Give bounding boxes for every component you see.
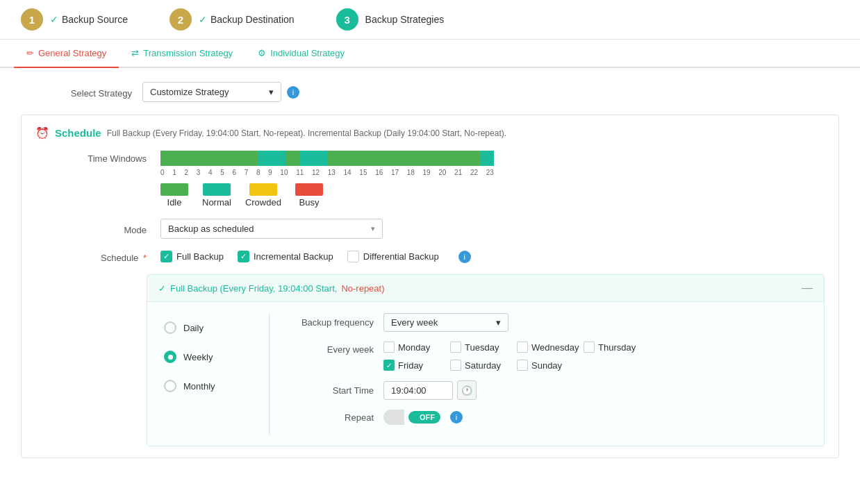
legend-busy: Busy [295, 183, 323, 208]
normal-color [203, 183, 231, 196]
time-seg-idle-1 [160, 151, 258, 166]
freq-chevron-icon: ▾ [496, 317, 501, 328]
backup-frequency-dropdown[interactable]: Every week ▾ [383, 313, 508, 332]
schedule-section: ⏰ Schedule Full Backup (Every Friday, 19… [21, 115, 839, 458]
steps-bar: 1 ✓ Backup Source 2 ✓ Backup Destination… [0, 0, 860, 40]
repeat-toggle-wrap: OFF i [383, 410, 463, 425]
monthly-option[interactable]: Monthly [158, 371, 255, 401]
time-numbers: 0 1 2 3 4 5 6 7 8 9 10 11 12 13 14 15 16 [160, 169, 494, 176]
tab-general[interactable]: ✏ General Strategy [14, 40, 119, 68]
day-sunday[interactable]: Sunday [517, 360, 579, 371]
step-1-label: ✓ Backup Source [50, 14, 128, 25]
step-1[interactable]: 1 ✓ Backup Source [21, 8, 128, 31]
time-seg-normal-1 [258, 151, 286, 166]
legend-normal: Normal [202, 183, 231, 208]
clock-icon: 🕐 [461, 385, 472, 396]
toggle-track [383, 410, 404, 425]
backup-expand-panel: ✓ Full Backup (Every Friday, 19:04:00 St… [147, 274, 825, 446]
thursday-checkbox [584, 342, 595, 353]
crowded-label: Crowded [245, 197, 281, 208]
time-seg-idle-3 [327, 151, 480, 166]
step-2-check-icon: ✓ [199, 14, 207, 25]
frequency-settings: Backup frequency Every week ▾ Every week [283, 313, 813, 435]
schedule-header: ⏰ Schedule Full Backup (Every Friday, 19… [35, 126, 825, 140]
day-tuesday[interactable]: Tuesday [450, 342, 513, 353]
weekly-option[interactable]: Weekly [158, 342, 255, 371]
time-legend: Idle Normal Crowded Busy [160, 183, 825, 208]
busy-label: Busy [299, 197, 319, 208]
tab-individual[interactable]: ⚙ Individual Strategy [245, 40, 357, 68]
edit-icon: ✏ [26, 48, 34, 58]
weekly-radio [164, 351, 176, 363]
step-2-label: ✓ Backup Destination [199, 14, 295, 25]
start-time-input[interactable] [383, 381, 453, 400]
time-seg-normal-3 [480, 151, 494, 166]
settings-icon: ⚙ [258, 48, 266, 58]
backup-frequency-row: Backup frequency Every week ▾ [283, 313, 813, 332]
clock-picker-button[interactable]: 🕐 [457, 380, 477, 400]
mode-label: Mode [35, 222, 147, 235]
backup-expand-header: ✓ Full Backup (Every Friday, 19:04:00 St… [147, 275, 824, 302]
backup-type-checkboxes: ✓ Full Backup ✓ Incremental Backup Diffe… [160, 251, 471, 263]
schedule-checkboxes-row: Schedule * ✓ Full Backup ✓ Incremental B… [35, 250, 825, 263]
clock-icon: ⏰ [35, 126, 49, 140]
step-2[interactable]: 2 ✓ Backup Destination [169, 8, 295, 31]
repeat-toggle-button[interactable]: OFF [408, 411, 440, 423]
main-content: Select Strategy Customize Strategy ▾ i ⏰… [0, 68, 860, 472]
day-monday[interactable]: Monday [383, 342, 446, 353]
day-saturday[interactable]: Saturday [450, 360, 513, 371]
time-windows-row: Time Windows 0 1 2 3 [35, 151, 825, 208]
idle-color [160, 183, 188, 196]
frequency-options: Daily Weekly Monthly [158, 313, 270, 435]
step-2-circle: 2 [169, 8, 192, 31]
normal-label: Normal [202, 197, 231, 208]
repeat-row: Repeat OFF i [283, 410, 813, 425]
every-week-row: Every week Monday Tuesday [283, 342, 813, 371]
day-thursday[interactable]: Thursday [584, 342, 646, 353]
time-windows-label: Time Windows [35, 151, 147, 164]
daily-option[interactable]: Daily [158, 313, 255, 342]
busy-color [295, 183, 323, 196]
time-windows-wrap: 0 1 2 3 4 5 6 7 8 9 10 11 12 13 14 15 16 [160, 151, 825, 208]
chevron-down-icon: ▾ [269, 87, 274, 97]
repeat-info-icon[interactable]: i [450, 411, 463, 423]
differential-backup-cb-box [347, 251, 359, 262]
tuesday-checkbox [450, 342, 461, 353]
strategy-label: Select Strategy [21, 85, 132, 99]
step-3[interactable]: 3 Backup Strategies [336, 8, 445, 31]
transfer-icon: ⇄ [131, 48, 139, 58]
check-green-icon: ✓ [158, 283, 166, 294]
time-bar [160, 151, 494, 166]
backup-expand-title: ✓ Full Backup (Every Friday, 19:04:00 St… [158, 283, 385, 294]
days-grid: Monday Tuesday Wednesday [383, 342, 647, 371]
incremental-backup-checkbox[interactable]: ✓ Incremental Backup [238, 251, 333, 262]
mode-chevron-icon: ▾ [371, 224, 375, 233]
saturday-checkbox [450, 360, 461, 371]
step-1-circle: 1 [21, 8, 43, 31]
strategy-info-icon[interactable]: i [287, 86, 299, 99]
differential-backup-checkbox[interactable]: Differential Backup [347, 251, 439, 262]
start-time-row: Start Time 🕐 [283, 380, 813, 400]
step-3-circle: 3 [336, 8, 358, 31]
full-backup-checkbox[interactable]: ✓ Full Backup [160, 251, 224, 262]
legend-crowded: Crowded [245, 183, 281, 208]
idle-label: Idle [167, 197, 182, 208]
time-seg-idle-2 [286, 151, 299, 166]
full-backup-expanded: ✓ Full Backup (Every Friday, 19:04:00 St… [147, 274, 825, 446]
legend-idle: Idle [160, 183, 188, 208]
full-backup-cb-box: ✓ [160, 251, 172, 262]
backup-type-info-icon[interactable]: i [458, 251, 471, 263]
schedule-cb-label: Schedule * [35, 250, 147, 263]
day-friday[interactable]: ✓ Friday [383, 360, 446, 371]
mode-select-dropdown[interactable]: Backup as scheduled ▾ [160, 219, 383, 239]
tab-transmission[interactable]: ⇄ Transmission Strategy [119, 40, 245, 68]
minimize-button[interactable]: — [802, 282, 813, 294]
strategy-select-dropdown[interactable]: Customize Strategy ▾ [142, 82, 281, 102]
day-wednesday[interactable]: Wednesday [517, 342, 579, 353]
sunday-checkbox [517, 360, 528, 371]
strategy-row: Select Strategy Customize Strategy ▾ i [21, 82, 839, 102]
mode-row: Mode Backup as scheduled ▾ [35, 219, 825, 239]
crowded-color [249, 183, 277, 196]
incremental-backup-cb-box: ✓ [238, 251, 249, 262]
monthly-radio [164, 380, 176, 392]
